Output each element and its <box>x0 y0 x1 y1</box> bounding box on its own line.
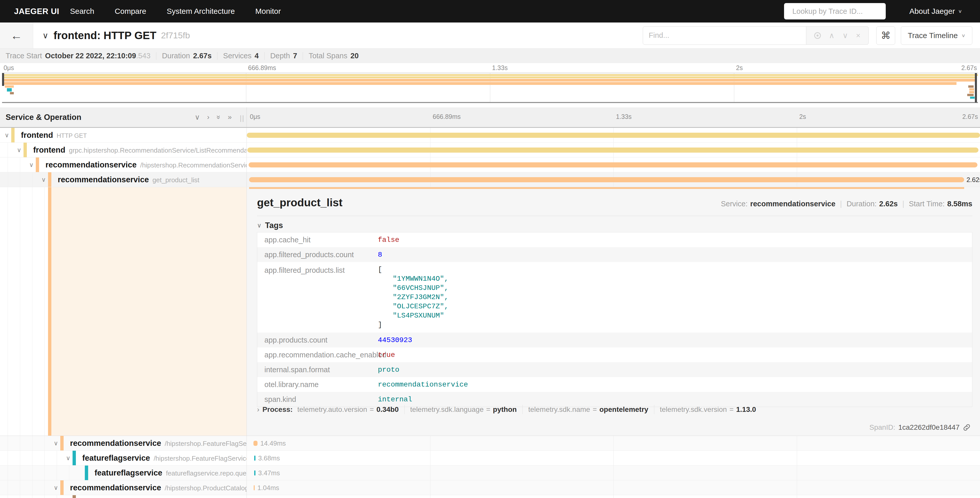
trace-collapse-chevron-icon[interactable]: ∨ <box>42 31 48 40</box>
find-prev-icon[interactable]: ∧ <box>829 31 834 40</box>
minimap-left-scrubber[interactable] <box>2 73 4 86</box>
span-duration-bar[interactable] <box>254 470 256 476</box>
span-row-featureflagservice-grpc[interactable]: ∨ featureflagservice/hipstershop.Feature… <box>0 451 980 466</box>
span-row-partial[interactable] <box>0 495 980 498</box>
span-bar-cell[interactable]: 1.04ms <box>247 480 980 495</box>
nav-item-monitor[interactable]: Monitor <box>255 7 281 16</box>
tags-accordion-toggle[interactable]: ∨ Tags <box>257 221 283 230</box>
span-name-cell[interactable]: ∨ recommendationservice/hipstershop.Feat… <box>0 436 247 450</box>
locate-icon[interactable] <box>814 32 821 39</box>
nav-items: Search Compare System Architecture Monit… <box>70 7 281 16</box>
span-row-frontend-http-get[interactable]: ∨ frontendHTTP GET <box>0 128 980 143</box>
span-duration-bar[interactable] <box>254 485 255 490</box>
span-bar-cell[interactable] <box>247 158 980 172</box>
minimap-ticks: 0μs 666.89ms 1.33s 2s 2.67s <box>2 63 978 73</box>
span-row-featureflag-repo-query[interactable]: featureflagservicefeatureflagservice.rep… <box>0 466 980 480</box>
trace-header: ← ∨ frontend: HTTP GET 2f715fb ∧ ∨ × ⌘ T… <box>0 22 980 49</box>
find-next-icon[interactable]: ∨ <box>843 31 848 40</box>
span-duration-bar[interactable] <box>249 177 964 182</box>
span-name-cell[interactable]: ∨ frontendHTTP GET <box>0 128 247 142</box>
nav-item-search[interactable]: Search <box>70 7 94 16</box>
chevron-down-icon[interactable]: ∨ <box>29 161 34 168</box>
duration-label: Duration: <box>846 200 877 208</box>
expand-all-icon[interactable]: » <box>228 113 232 121</box>
span-bar-cell[interactable] <box>247 128 980 142</box>
span-bar-cell[interactable]: 2.62s <box>247 172 980 187</box>
minimap-canvas[interactable] <box>2 73 978 103</box>
trace-start-value: October 22 2022, 22:10:09 <box>45 52 136 60</box>
tag-value: internal <box>378 396 412 404</box>
trace-summary-bar: Trace Start October 22 2022, 22:10:09 .5… <box>0 49 980 63</box>
find-group: ∧ ∨ × <box>643 26 869 45</box>
nav-item-compare[interactable]: Compare <box>115 7 146 16</box>
span-service: recommendationservice <box>70 483 161 492</box>
timeline-column-header: Service & Operation ∨ › » » || 0μs 666.8… <box>0 107 980 128</box>
nav-item-system-architecture[interactable]: System Architecture <box>167 7 235 16</box>
span-detail-indent <box>0 187 247 436</box>
depth-label: Depth <box>270 52 290 60</box>
span-row-frontend-listrecommendations[interactable]: ∨ frontendgrpc.hipstershop.Recommendatio… <box>0 143 980 158</box>
back-button[interactable]: ← <box>0 22 33 48</box>
expand-one-icon[interactable]: › <box>207 113 210 121</box>
span-row-productcatalog-grpc-parent[interactable]: ∨ recommendationservice/hipstershop.Prod… <box>0 480 980 495</box>
span-duration-bar[interactable] <box>247 132 980 138</box>
minimap-span-bar <box>5 85 14 88</box>
span-duration-bar[interactable] <box>253 441 258 446</box>
array-item: "66VCHSJNUP", <box>378 284 449 293</box>
jaeger-trace-page: JAEGER UI Search Compare System Architec… <box>0 0 980 498</box>
trace-view-selector[interactable]: Trace Timeline ∨ <box>901 26 972 45</box>
equals-sign: = <box>370 405 374 413</box>
about-jaeger-menu[interactable]: About Jaeger ∨ <box>909 7 962 16</box>
chevron-down-icon[interactable]: ∨ <box>66 455 70 462</box>
span-row-featureflag-grpc-parent[interactable]: ∨ recommendationservice/hipstershop.Feat… <box>0 436 980 451</box>
span-detail-row: get_product_list Service: recommendation… <box>0 187 980 436</box>
column-resizer[interactable]: || <box>240 114 245 122</box>
span-name-cell[interactable]: ∨ recommendationservice/hipstershop.Prod… <box>0 480 247 495</box>
array-item: "2ZYFJ3GM2N", <box>378 293 449 302</box>
span-bar-cell[interactable]: 3.68ms <box>247 451 980 465</box>
minimap-span-bar <box>2 74 978 76</box>
span-bar-cell[interactable]: 14.49ms <box>247 436 980 450</box>
span-name-cell[interactable]: ∨ featureflagservice/hipstershop.Feature… <box>0 451 247 465</box>
array-open-bracket: [ <box>378 265 449 274</box>
service-operation-header: Service & Operation ∨ › » » || <box>0 107 247 127</box>
tag-row: span.kind internal <box>257 392 972 407</box>
find-input[interactable] <box>643 26 806 45</box>
find-clear-icon[interactable]: × <box>856 31 861 40</box>
collapse-all-icon[interactable]: » <box>214 115 223 120</box>
minimap-span-bar <box>969 88 974 91</box>
span-duration-bar[interactable] <box>248 162 977 168</box>
minimap-right-scrubber[interactable] <box>975 73 977 102</box>
chevron-down-icon: ∨ <box>958 9 962 14</box>
span-service: featureflagservice <box>94 468 162 477</box>
timeline-ticks-header: 0μs 666.89ms 1.33s 2s 2.67s <box>247 107 980 127</box>
span-name-cell[interactable]: featureflagservicefeatureflagservice.rep… <box>0 466 247 480</box>
span-duration-bar[interactable] <box>247 147 979 153</box>
equals-sign: = <box>486 405 490 413</box>
trace-id-short: 2f715fb <box>161 30 190 40</box>
span-bar-cell[interactable] <box>247 143 980 157</box>
deep-link-icon[interactable] <box>963 423 971 431</box>
chevron-down-icon[interactable]: ∨ <box>41 176 46 183</box>
trace-lookup-input[interactable] <box>792 7 889 16</box>
span-row-recommendationservice-grpc[interactable]: ∨ recommendationservice/hipstershop.Reco… <box>0 158 980 172</box>
span-row-get-product-list[interactable]: ∨ recommendationserviceget_product_list … <box>0 172 980 187</box>
keyboard-shortcuts-button[interactable]: ⌘ <box>876 26 895 45</box>
chevron-down-icon[interactable]: ∨ <box>54 440 58 447</box>
span-name-cell[interactable]: ∨ recommendationservice/hipstershop.Reco… <box>0 158 247 172</box>
process-accordion[interactable]: › Process: telemetry.auto.version = 0.34… <box>257 405 756 414</box>
span-bar-cell[interactable]: 3.47ms <box>247 466 980 480</box>
span-color-stripe <box>48 187 51 436</box>
span-name-cell[interactable]: ∨ frontendgrpc.hipstershop.Recommendatio… <box>0 143 247 157</box>
span-duration-label: 1.04ms <box>258 484 279 492</box>
tag-key: app.filtered_products.count <box>257 251 378 259</box>
minimap-tick: 1.33s <box>492 64 508 72</box>
collapse-one-icon[interactable]: ∨ <box>195 113 200 121</box>
chevron-down-icon[interactable]: ∨ <box>17 147 21 154</box>
chevron-down-icon[interactable]: ∨ <box>5 132 9 139</box>
span-name-cell[interactable]: ∨ recommendationserviceget_product_list <box>0 172 247 187</box>
brand-logo[interactable]: JAEGER UI <box>14 6 59 16</box>
chevron-down-icon[interactable]: ∨ <box>54 484 58 492</box>
tag-key: app.products.count <box>257 336 378 344</box>
span-duration-bar[interactable] <box>254 456 256 461</box>
